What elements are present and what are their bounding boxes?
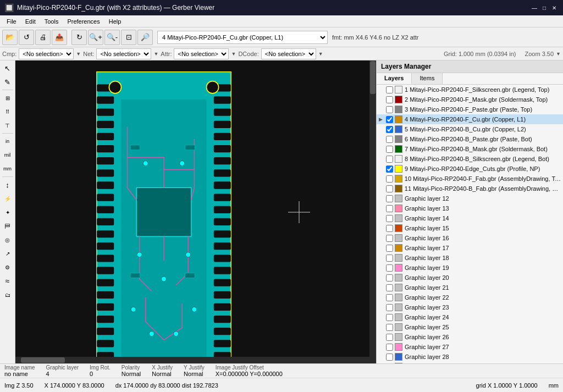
layer-checkbox[interactable] xyxy=(386,106,393,113)
layer-row[interactable]: 3 Mitayi-Pico-RP2040-F_Paste.gbr (Paste,… xyxy=(377,104,563,114)
canvas-hscrollbar-thumb[interactable] xyxy=(21,357,65,363)
tool-dots[interactable]: ⠿ xyxy=(1,105,14,118)
tool-zoom-in[interactable]: 🔍+ xyxy=(88,30,103,45)
layer-row[interactable]: 8 Mitayi-Pico-RP2040-B_Silkscreen.gbr (L… xyxy=(377,154,563,164)
layer-checkbox[interactable] xyxy=(386,146,393,153)
layer-checkbox[interactable] xyxy=(386,245,393,252)
layer-row[interactable]: Graphic layer 22 xyxy=(377,292,563,302)
tool-aperture[interactable]: ✦ xyxy=(1,206,14,219)
layer-row[interactable]: Graphic layer 18 xyxy=(377,253,563,263)
layer-row[interactable]: Graphic layer 29 xyxy=(377,362,563,363)
layer-row[interactable]: Graphic layer 19 xyxy=(377,263,563,273)
layer-checkbox[interactable] xyxy=(386,354,393,361)
tool-unit-mm[interactable]: mm xyxy=(1,162,14,175)
close-button[interactable]: ✕ xyxy=(550,3,559,12)
layer-expand-icon[interactable]: ▶ xyxy=(379,117,384,122)
layer-checkbox[interactable] xyxy=(386,255,393,262)
layer-row[interactable]: Graphic layer 28 xyxy=(377,352,563,362)
layer-checkbox[interactable] xyxy=(386,344,393,351)
net-select[interactable]: <No selection> xyxy=(96,48,151,59)
layer-checkbox[interactable] xyxy=(386,324,393,331)
attr-select[interactable]: <No selection> xyxy=(174,48,229,59)
layer-row[interactable]: 2 Mitayi-Pico-RP2040-F_Mask.gbr (Solderm… xyxy=(377,95,563,104)
layer-row[interactable]: 9 Mitayi-Pico-RP2040-Edge_Cuts.gbr (Prof… xyxy=(377,164,563,174)
layer-row[interactable]: Graphic layer 13 xyxy=(377,203,563,213)
tool-target[interactable]: ◎ xyxy=(1,233,14,246)
tool-zoom-out[interactable]: 🔍- xyxy=(104,30,120,45)
layer-checkbox[interactable] xyxy=(386,274,393,281)
tool-dcode[interactable]: ⛿ xyxy=(1,219,14,233)
layer-row[interactable]: Graphic layer 27 xyxy=(377,342,563,352)
layer-checkbox[interactable] xyxy=(386,334,393,341)
menu-file[interactable]: File xyxy=(2,17,21,26)
canvas-area[interactable] xyxy=(15,60,376,363)
layer-checkbox[interactable] xyxy=(386,165,393,173)
menu-preferences[interactable]: Preferences xyxy=(63,17,104,26)
tab-layers[interactable]: Layers xyxy=(377,73,412,84)
layer-checkbox[interactable] xyxy=(386,225,393,232)
layer-row[interactable]: Graphic layer 15 xyxy=(377,223,563,233)
tool-measure[interactable]: ⊤ xyxy=(1,119,14,132)
layer-checkbox[interactable] xyxy=(386,185,393,192)
dcode-select[interactable]: <No selection> xyxy=(261,48,316,59)
tool-unit-mil[interactable]: mil xyxy=(1,148,14,162)
maximize-button[interactable]: □ xyxy=(540,3,549,12)
layer-row[interactable]: Graphic layer 20 xyxy=(377,273,563,283)
layer-checkbox[interactable] xyxy=(386,195,393,202)
menu-tools[interactable]: Tools xyxy=(40,17,63,26)
layer-row[interactable]: 6 Mitayi-Pico-RP2040-B_Paste.gbr (Paste,… xyxy=(377,134,563,144)
layer-checkbox[interactable] xyxy=(386,205,393,212)
layer-row[interactable]: 5 Mitayi-Pico-RP2040-B_Cu.gbr (Copper, L… xyxy=(377,124,563,134)
tool-unit-in[interactable]: in xyxy=(1,135,14,148)
layer-row[interactable]: Graphic layer 17 xyxy=(377,243,563,253)
tab-items[interactable]: Items xyxy=(412,73,443,84)
layer-row[interactable]: Graphic layer 26 xyxy=(377,332,563,342)
layer-checkbox[interactable] xyxy=(386,175,393,183)
layer-checkbox[interactable] xyxy=(386,304,393,311)
layer-checkbox[interactable] xyxy=(386,284,393,291)
tool-refresh[interactable]: ↻ xyxy=(71,30,87,45)
layer-checkbox[interactable] xyxy=(386,156,393,163)
layer-checkbox[interactable] xyxy=(386,126,393,133)
layer-select[interactable]: 4 Mitayi-Pico-RP2040-F_Cu.gbr (Copper, L… xyxy=(157,31,328,44)
tool-zoom-fit[interactable]: ⊡ xyxy=(121,30,136,45)
tool-draw[interactable]: ✎ xyxy=(1,75,14,89)
layer-checkbox[interactable] xyxy=(386,314,393,321)
layer-checkbox[interactable] xyxy=(386,363,393,364)
tool-layers-icon[interactable]: 🗂 xyxy=(1,288,14,301)
layer-checkbox[interactable] xyxy=(386,215,393,222)
canvas-scrollbar[interactable] xyxy=(369,60,376,363)
layer-row[interactable]: Graphic layer 12 xyxy=(377,194,563,203)
tool-open[interactable]: 📂 xyxy=(2,30,18,45)
layer-row[interactable]: 10 Mitayi-Pico-RP2040-F_Fab.gbr (Assembl… xyxy=(377,174,563,184)
layer-row[interactable]: ▶4 Mitayi-Pico-RP2040-F_Cu.gbr (Copper, … xyxy=(377,114,563,124)
canvas-hscrollbar[interactable] xyxy=(15,357,369,363)
tool-reload[interactable]: ↺ xyxy=(19,30,34,45)
tool-diff[interactable]: ↗ xyxy=(1,247,14,260)
minimize-button[interactable]: — xyxy=(530,3,539,12)
cmp-select[interactable]: <No selection> xyxy=(19,48,74,59)
layer-checkbox[interactable] xyxy=(386,86,393,93)
layer-row[interactable]: Graphic layer 21 xyxy=(377,283,563,292)
layer-row[interactable]: 1 Mitayi-Pico-RP2040-F_Silkscreen.gbr (L… xyxy=(377,85,563,95)
layer-checkbox[interactable] xyxy=(386,96,393,103)
menu-help[interactable]: Help xyxy=(104,17,126,26)
layer-checkbox[interactable] xyxy=(386,235,393,242)
tool-print[interactable]: 🖨 xyxy=(35,30,51,45)
layer-checkbox[interactable] xyxy=(386,116,393,123)
layer-row[interactable]: Graphic layer 14 xyxy=(377,213,563,223)
tool-wave[interactable]: ≈ xyxy=(1,274,14,288)
layer-row[interactable]: Graphic layer 16 xyxy=(377,233,563,243)
layer-row[interactable]: 7 Mitayi-Pico-RP2040-B_Mask.gbr (Solderm… xyxy=(377,144,563,154)
layer-checkbox[interactable] xyxy=(386,264,393,272)
layer-row[interactable]: Graphic layer 25 xyxy=(377,322,563,332)
canvas-scrollbar-thumb[interactable] xyxy=(370,61,376,94)
tool-zoom-custom[interactable]: 🔎 xyxy=(137,30,153,45)
menu-edit[interactable]: Edit xyxy=(21,17,40,26)
layer-checkbox[interactable] xyxy=(386,136,393,143)
layer-row[interactable]: Graphic layer 24 xyxy=(377,312,563,322)
tool-highlight[interactable]: ⚡ xyxy=(1,192,14,205)
tool-export[interactable]: 📤 xyxy=(52,30,67,45)
tool-settings[interactable]: ⚙ xyxy=(1,261,14,274)
tool-grid[interactable]: ⊞ xyxy=(1,91,14,104)
